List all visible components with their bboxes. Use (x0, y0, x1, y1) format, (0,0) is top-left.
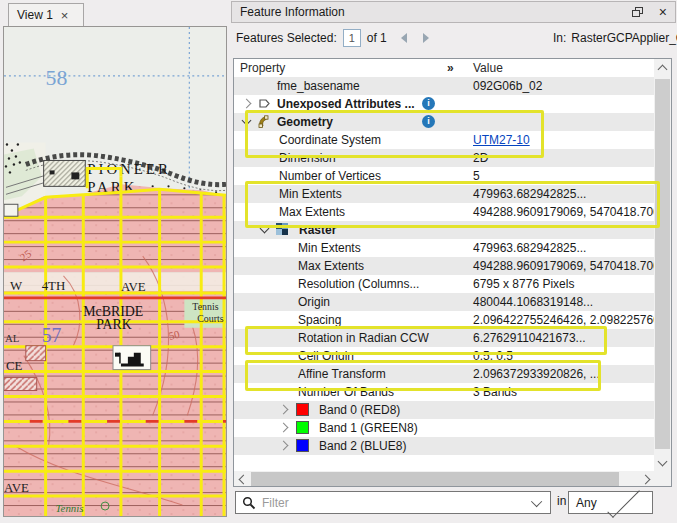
vertical-scrollbar[interactable] (654, 59, 671, 471)
table-row[interactable]: Geometryi (234, 113, 655, 131)
tab-label: View 1 (17, 8, 53, 22)
band-color-swatch (296, 421, 309, 434)
table-row[interactable]: fme_basename092G06b_02 (234, 77, 655, 95)
in-port-name: RasterGCPApplier_Output (571, 31, 677, 45)
table-row[interactable]: Band 1 (GREEN8) (234, 419, 655, 437)
expand-icon[interactable] (242, 99, 252, 109)
property-value: 494288.9609179069, 5470418.70023 (473, 203, 655, 221)
feature-navigation: Features Selected: 1 of 1 (236, 29, 429, 47)
unexposed-icon (258, 97, 271, 110)
band-color-swatch (296, 439, 309, 452)
tab-close-icon[interactable]: × (61, 9, 69, 22)
map-grid-number-58: 58 (46, 66, 68, 90)
in-label: In: (553, 31, 566, 45)
info-icon[interactable]: i (422, 97, 435, 110)
property-value: 3 Bands (473, 383, 517, 401)
scope-dropdown-icon[interactable] (607, 485, 640, 518)
scroll-left-icon[interactable] (239, 475, 249, 485)
float-window-icon[interactable] (632, 7, 643, 17)
table-row[interactable]: Unexposed Attributes ...i (234, 95, 655, 113)
map-street-4th: 4TH (42, 278, 66, 293)
next-feature-icon[interactable] (423, 33, 429, 43)
table-row[interactable]: Cell Origin0.5, 0.5 (234, 347, 655, 365)
property-value: 6.27629110421673... (473, 329, 586, 347)
expand-icon[interactable] (279, 423, 289, 433)
property-name: Raster (299, 221, 336, 239)
expand-icon[interactable] (279, 405, 289, 415)
table-row[interactable]: Min Extents479963.682942825... (234, 185, 655, 203)
map-label-tennis: Tennis (192, 301, 218, 312)
property-name: Band 2 (BLUE8) (319, 437, 406, 455)
feature-count-label: of 1 (367, 31, 387, 45)
property-name: Band 0 (RED8) (319, 401, 400, 419)
panel-close-icon[interactable]: × (659, 4, 667, 20)
collapse-icon[interactable] (242, 116, 252, 126)
coordinate-system-link[interactable]: UTM27-10 (473, 131, 530, 149)
search-icon (242, 496, 256, 510)
table-row[interactable]: Band 2 (BLUE8) (234, 437, 655, 455)
property-value: 479963.682942825... (473, 185, 586, 203)
scrollbar-corner (656, 471, 672, 487)
tab-view-1[interactable]: View 1 × (8, 3, 84, 26)
table-row[interactable]: Max Extents494288.9609179069, 5470418.70… (234, 203, 655, 221)
table-header[interactable]: Property » Value (234, 59, 654, 78)
property-name: Dimension (279, 149, 336, 167)
filter-placeholder: Filter (262, 496, 534, 510)
filter-scope-select[interactable]: Any (568, 491, 653, 514)
property-name: Max Extents (298, 257, 364, 275)
horizontal-scrollbar[interactable] (234, 471, 656, 487)
current-feature-field[interactable]: 1 (343, 29, 361, 47)
property-value: 480044.1068319148... (473, 293, 593, 311)
scroll-down-icon[interactable] (658, 457, 668, 467)
table-row[interactable]: Number Of Bands3 Bands (234, 383, 655, 401)
column-expand-icon[interactable]: » (447, 60, 454, 76)
table-row[interactable]: Rotation in Radian CCW6.27629110421673..… (234, 329, 655, 347)
table-row[interactable]: Origin480044.1068319148... (234, 293, 655, 311)
property-name: Geometry (277, 113, 333, 131)
table-row[interactable]: Dimension2D (234, 149, 655, 167)
feature-information-titlebar[interactable]: Feature Information × (231, 1, 676, 23)
table-row[interactable]: Resolution (Columns...6795 x 8776 Pixels (234, 275, 655, 293)
expand-icon[interactable] (279, 441, 289, 451)
map-label-ce: CE (6, 358, 23, 373)
filter-input[interactable]: Filter (235, 491, 551, 514)
table-row[interactable]: Affine Transform2.096372933920826, ... (234, 365, 655, 383)
info-icon[interactable]: i (422, 115, 435, 128)
property-name: Number Of Bands (298, 383, 394, 401)
map-label-al: AL (5, 332, 20, 344)
scroll-right-icon[interactable] (641, 475, 651, 485)
map-label-mcbride-park: PARK (96, 317, 132, 332)
map-image: 58 PIONEER (4, 27, 226, 516)
filter-scope-value: Any (569, 496, 606, 510)
map-street-ave: AVE (121, 279, 146, 294)
horizontal-scrollbar-thumb[interactable] (251, 472, 619, 487)
property-name: Number of Vertices (279, 167, 381, 185)
property-name: Coordinate System (279, 131, 381, 149)
property-name: fme_basename (277, 77, 360, 95)
collapse-icon[interactable] (260, 224, 270, 234)
property-name: Max Extents (279, 203, 345, 221)
property-value: 494288.9609179069, 5470418.70023 (473, 257, 655, 275)
map-view[interactable]: 58 PIONEER (3, 26, 227, 517)
raster-icon (276, 223, 289, 236)
map-street-ave-bottom: AVE (4, 480, 29, 495)
map-label-tennis-green: Tennis (56, 502, 84, 514)
column-property[interactable]: Property (240, 60, 285, 76)
features-selected-label: Features Selected: (236, 31, 337, 45)
table-row[interactable]: Max Extents494288.9609179069, 5470418.70… (234, 257, 655, 275)
scroll-up-icon[interactable] (658, 65, 668, 75)
property-name: Resolution (Columns... (298, 275, 419, 293)
property-name: Min Extents (298, 239, 361, 257)
table-row[interactable]: Band 0 (RED8) (234, 401, 655, 419)
application-window: View 1 × (0, 0, 677, 523)
column-value[interactable]: Value (473, 60, 503, 76)
property-value: 5 (473, 167, 480, 185)
vertical-scrollbar-thumb[interactable] (655, 79, 670, 449)
table-row[interactable]: Raster (234, 221, 655, 239)
table-row[interactable]: Coordinate SystemUTM27-10 (234, 131, 655, 149)
table-row[interactable]: Spacing2.096422755246426, 2.09822576045 (234, 311, 655, 329)
table-row[interactable]: Min Extents479963.682942825... (234, 239, 655, 257)
table-row[interactable]: Number of Vertices5 (234, 167, 655, 185)
previous-feature-icon[interactable] (401, 33, 407, 43)
property-value: 6795 x 8776 Pixels (473, 275, 574, 293)
